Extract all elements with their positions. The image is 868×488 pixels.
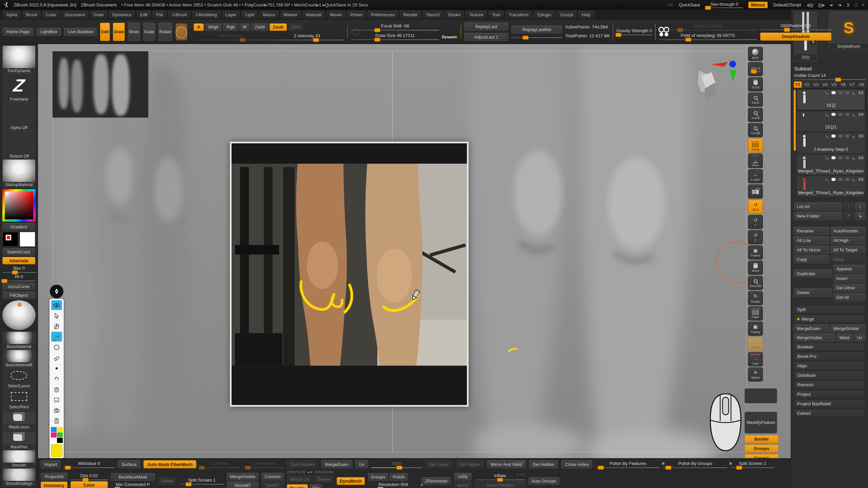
edit-button[interactable]: Edit — [100, 23, 110, 41]
visibility-eye-button[interactable] — [51, 300, 62, 310]
polish-button[interactable]: Polish — [390, 473, 408, 481]
dynamics-button[interactable]: Dynamics — [109, 11, 135, 18]
render-button[interactable]: Render — [400, 11, 421, 18]
all-high-button[interactable]: All High — [830, 236, 866, 244]
brush-button[interactable]: Brush — [22, 11, 41, 18]
view-tab[interactable]: V1 — [794, 81, 802, 88]
current-color-swatch[interactable] — [51, 444, 62, 457]
rotate-y-button[interactable]: Y — [748, 215, 763, 229]
texture-button[interactable]: Texture — [466, 11, 487, 18]
delete-button[interactable]: Delete — [158, 477, 177, 485]
subtool-scrollbar[interactable] — [794, 90, 796, 151]
xpose[interactable]: Xpose — [748, 367, 763, 382]
color-button[interactable]: Color — [42, 11, 60, 18]
marker-pen-button[interactable] — [51, 332, 62, 342]
polypaint-icon[interactable] — [831, 135, 836, 138]
brush-size-dot[interactable] — [51, 363, 62, 373]
see-through-slider[interactable]: See-through 0 — [706, 2, 743, 8]
transp[interactable]: Transp — [748, 322, 763, 336]
uv-button[interactable]: Uv — [854, 333, 865, 342]
split-screen-1-slider[interactable]: Split Screen 1 — [180, 477, 224, 485]
edit-brush-icon[interactable] — [852, 91, 856, 94]
displacement-icon[interactable] — [845, 91, 849, 94]
current-brush-preview[interactable] — [175, 23, 188, 41]
uv-map-icon[interactable] — [838, 178, 843, 181]
macro-button[interactable]: Macro — [259, 11, 278, 18]
subtool-row[interactable]: 15강1 — [796, 111, 865, 132]
unify-button[interactable]: UnifyX Y Z — [454, 473, 472, 481]
palette-swatch[interactable] — [57, 432, 63, 438]
mergevisible-button[interactable]: MergeVisible — [794, 333, 835, 342]
view-tab[interactable]: V3 — [812, 81, 820, 88]
brush-tile[interactable]: SelectLasso — [2, 368, 36, 389]
pen-tool-button[interactable] — [50, 285, 63, 298]
midvalue-0-slider[interactable]: MidValue 0 — [64, 461, 115, 468]
brush-tile[interactable]: TrimDynamic — [2, 45, 36, 74]
resolution-504-slider[interactable]: Resolution 504 — [368, 482, 419, 488]
backfacemask-button[interactable]: BackfaceMask — [111, 473, 155, 481]
list-arrow-icon[interactable] — [826, 91, 829, 94]
duplicate-button[interactable]: Duplicate — [794, 269, 832, 278]
stencil-button[interactable]: Stencil — [423, 11, 443, 18]
all-to-home-button[interactable]: All To Home — [794, 246, 829, 254]
min-connected-p-slider[interactable]: Min Connected P — [111, 482, 155, 488]
home-page-button[interactable]: Home Page — [3, 28, 34, 36]
clipboard-button[interactable] — [51, 416, 62, 426]
move-button[interactable]: Move — [128, 23, 140, 41]
surface-button[interactable]: Surface — [118, 460, 140, 468]
edit-brush-icon[interactable] — [852, 178, 856, 181]
rotate-button[interactable]: Rotate — [158, 23, 172, 41]
mergesimilar-button[interactable]: MergeSimilar — [830, 324, 866, 332]
window-controls[interactable]: ◂|||| ||||▸ ◂▫ ▫▸ ⊻ □ × — [807, 2, 865, 7]
insert-button[interactable]: Insert — [833, 274, 866, 282]
camera-icon-button[interactable] — [655, 24, 656, 40]
mergedown-button[interactable]: MergeDown — [794, 324, 829, 332]
project[interactable]: Project — [794, 390, 865, 399]
visibility-eye-icon[interactable] — [859, 91, 864, 94]
mask-by-feature-button[interactable]: MaskByFeature — [745, 412, 777, 433]
brush-tile[interactable]: BasicMaterialB — [2, 350, 36, 368]
draw-size-46-17211-slider[interactable]: Draw Size 46.17211 — [351, 33, 439, 40]
list-arrow-icon[interactable] — [826, 135, 829, 138]
alternate-button[interactable]: Alternate — [2, 257, 35, 264]
move-to-top-button[interactable]: ↱ — [844, 212, 854, 220]
projectall-button[interactable]: ProjectAll — [41, 473, 67, 481]
bevel-pro[interactable]: Bevel Pro — [794, 352, 865, 361]
brush-tile[interactable]: Smooth — [2, 450, 36, 468]
minimize-icon[interactable]: ⊻ — [847, 2, 850, 7]
brush-tile[interactable]: StartupMaterial — [2, 159, 36, 188]
rotate-xyz-button[interactable]: XYZ — [748, 200, 763, 214]
distribute[interactable]: Distribute — [794, 371, 865, 380]
list-all-button[interactable]: List All — [794, 202, 842, 210]
zcut-button[interactable]: Zcut — [288, 23, 303, 31]
displacement-icon[interactable] — [845, 178, 849, 181]
visibility-eye-icon[interactable] — [859, 178, 864, 181]
zadd-button[interactable]: Zadd — [251, 23, 268, 31]
layer-button[interactable]: Layer — [222, 11, 240, 18]
scale-button[interactable]: Scale — [143, 23, 155, 41]
polypaint-icon[interactable] — [831, 91, 836, 94]
del-other-button[interactable]: Del Other — [833, 284, 866, 292]
split-screen-1-slider[interactable]: Split Screen 1 — [730, 461, 774, 468]
mirror-and-weld-button[interactable]: Mirror And WeldX Y Z — [487, 460, 526, 468]
dock-left-icon[interactable]: ◂▫ — [830, 2, 833, 7]
lazyradius-slider[interactable]: LazyRadius — [243, 461, 284, 468]
scroll[interactable]: Scroll — [748, 77, 763, 92]
file-button[interactable]: File — [153, 11, 166, 18]
new-folder-button[interactable]: New Folder — [794, 212, 842, 220]
replay-rel-slider[interactable] — [511, 36, 562, 38]
deepshadow-button[interactable]: DeepShadow — [760, 33, 831, 41]
gradient-button[interactable]: Gradient — [2, 223, 35, 230]
mirror-button[interactable]: MirrorX Y Z — [454, 482, 472, 488]
brush-tile[interactable]: Texture Off — [2, 131, 36, 159]
m-button[interactable]: M — [239, 23, 250, 31]
list-arrow-icon[interactable] — [826, 113, 829, 116]
auto-groups-button[interactable]: Auto Groups — [529, 477, 559, 485]
auto-mask-fibermesh-button[interactable]: Auto Mask FiberMesh — [143, 460, 196, 468]
solo[interactable]: DynamicSolo — [748, 352, 763, 366]
camera-lock-button[interactable] — [748, 184, 763, 199]
zremesher-button[interactable]: ZRemesher — [422, 477, 451, 485]
groups-button[interactable]: Groups — [745, 445, 778, 452]
storemt-button[interactable]: StoreMT — [227, 482, 258, 488]
accucurve-button[interactable]: AccuCurve — [2, 283, 35, 290]
